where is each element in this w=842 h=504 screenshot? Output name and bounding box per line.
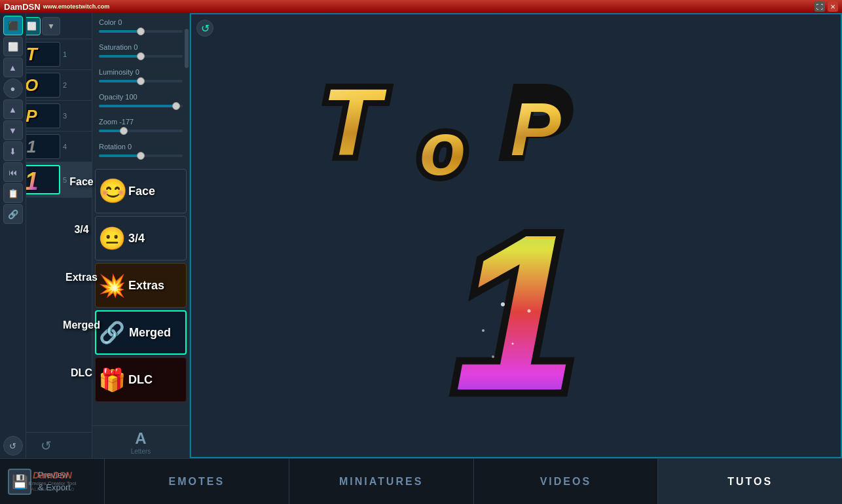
three-quarter-cat-icon: 😐	[98, 225, 126, 251]
layer-1-num: 1	[63, 50, 67, 58]
zoom-prop: Zoom -177	[99, 118, 183, 132]
lum-prop: Luminosity 0	[99, 68, 183, 82]
extras-cat-icon: 💥	[98, 272, 126, 298]
face-cat-icon: 😊	[98, 177, 128, 205]
sat-track[interactable]	[99, 55, 183, 58]
letters-btn[interactable]: A Letters	[92, 425, 189, 458]
app-url: www.emotestwitch.com	[43, 3, 110, 10]
rot-thumb[interactable]	[137, 152, 145, 160]
preview-text: Preview	[38, 469, 71, 481]
color-track[interactable]	[99, 30, 183, 33]
cat-3-4-item[interactable]: 😐 3/4	[95, 216, 187, 261]
svg-point-16	[528, 310, 531, 313]
svg-text:P: P	[511, 87, 561, 171]
rot-fill	[99, 154, 141, 157]
nav-miniatures[interactable]: MINIATURES	[289, 459, 474, 504]
cat-merged-item[interactable]: 🔗 Merged	[95, 310, 187, 355]
layer-4-content: 1	[27, 137, 36, 157]
cat-scroll-area: 😊 Face 😐 3/4 💥 Extras 🔗 Merged 🎁 DLC	[92, 168, 189, 425]
zoom-thumb[interactable]	[120, 127, 128, 135]
scrollbar-thumb[interactable]	[185, 29, 189, 68]
lum-thumb[interactable]	[137, 77, 145, 85]
color-prop: Color 0	[99, 18, 183, 33]
dlc-cat-icon: 🎁	[98, 367, 126, 393]
svg-text:1: 1	[24, 168, 38, 194]
sat-thumb[interactable]	[137, 52, 145, 60]
tool-column: ⬛ ⬜ ▲ ● ▲ ▼ ⬇ ⏮ 📋 🔗 ↺	[0, 13, 26, 458]
tool-grid[interactable]: ⬛	[3, 16, 23, 35]
layer-1-content: T	[26, 44, 37, 65]
dlc-label: DLC	[71, 367, 92, 379]
layer-2-num: 2	[63, 81, 67, 89]
nav-videos[interactable]: VIDEOS	[474, 459, 659, 504]
rot-track[interactable]	[99, 154, 183, 157]
fullscreen-button[interactable]: ⛶	[815, 1, 825, 12]
color-track-thumb[interactable]	[137, 27, 145, 35]
tool-refresh[interactable]: ↺	[3, 436, 23, 456]
cat-face-item[interactable]: 😊 Face	[95, 169, 187, 213]
sat-fill	[99, 55, 141, 58]
nav-buttons: EMOTES MINIATURES VIDEOS TUTOS	[105, 459, 842, 504]
refresh-icon: ↺	[41, 438, 52, 454]
opac-prop-label: Opacity 100	[99, 93, 183, 101]
lum-track[interactable]	[99, 80, 183, 82]
sliders-container: Color 0 Saturation 0 Luminosity 0 Opacit…	[92, 13, 189, 168]
lum-prop-label: Luminosity 0	[99, 68, 183, 76]
tool-triangle-down[interactable]: ▼	[3, 120, 23, 140]
tool-down-arrow[interactable]: ⬇	[3, 141, 23, 161]
face-label: Face	[69, 176, 93, 188]
tool-doc[interactable]: 📋	[3, 183, 23, 203]
opac-thumb[interactable]	[172, 102, 180, 110]
canvas-area: ↺	[190, 13, 842, 458]
letters-text: Letters	[131, 448, 151, 455]
top1-logo-svg: T T T o o o P P P 1 1 1	[300, 56, 732, 416]
tool-circle[interactable]: ●	[3, 79, 23, 98]
app-logo: DamDSN www.emotestwitch.com	[4, 2, 109, 12]
rot-prop: Rotation 0	[99, 143, 183, 157]
preview-export-button[interactable]: 💾 Preview & Export	[0, 459, 105, 504]
preview-export-label: Preview & Export	[38, 469, 71, 493]
bottom-navigation: 💾 Preview & Export EMOTES MINIATURES VID…	[0, 458, 842, 504]
tool-c[interactable]: ▼	[42, 17, 60, 35]
svg-point-18	[512, 343, 514, 345]
svg-point-14	[501, 302, 505, 306]
rot-prop-label: Rotation 0	[99, 143, 183, 151]
canvas-rotate-icon[interactable]: ↺	[196, 20, 213, 37]
export-text: & Export	[38, 482, 71, 494]
tool-prev[interactable]: ⏮	[3, 162, 23, 182]
save-disk-icon: 💾	[8, 469, 31, 495]
merged-cat-label: Merged	[129, 326, 171, 340]
close-button[interactable]: ✕	[828, 1, 838, 12]
cat-dlc-item[interactable]: 🎁 DLC	[95, 357, 187, 402]
tool-link[interactable]: 🔗	[3, 204, 23, 224]
svg-text:o: o	[420, 107, 466, 190]
extras-label: Extras	[65, 272, 98, 283]
opac-track[interactable]	[99, 105, 183, 107]
app-title: DamDSN	[4, 2, 41, 12]
color-track-fill	[99, 30, 141, 33]
cat-extras-item[interactable]: 💥 Extras	[95, 263, 187, 308]
nav-tutos[interactable]: TUTOS	[658, 459, 842, 504]
tool-upload[interactable]: ▲	[3, 58, 23, 77]
merged-cat-icon: 🔗	[99, 320, 125, 345]
layer-5-num: 5	[63, 176, 67, 184]
merged-label: Merged	[63, 319, 100, 331]
opac-fill	[99, 105, 176, 107]
opac-prop: Opacity 100	[99, 93, 183, 107]
topbar: DamDSN www.emotestwitch.com ⛶ ✕	[0, 0, 842, 13]
color-prop-label: Color 0	[99, 18, 183, 26]
letters-a-icon: A	[135, 429, 146, 448]
svg-point-15	[482, 329, 485, 332]
three-quarter-label: 3/4	[74, 224, 88, 236]
sat-prop: Saturation 0	[99, 43, 183, 58]
topbar-controls: ⛶ ✕	[815, 1, 838, 12]
zoom-track[interactable]	[99, 130, 183, 132]
layer-3-content: P	[26, 106, 37, 126]
layer-2-content: O	[25, 75, 38, 96]
svg-text:T: T	[322, 69, 387, 175]
nav-emotes[interactable]: EMOTES	[105, 459, 289, 504]
tool-triangle-up[interactable]: ▲	[3, 99, 23, 119]
tool-export[interactable]: ⬜	[3, 37, 23, 56]
svg-point-17	[492, 355, 494, 358]
extras-cat-label: Extras	[128, 279, 164, 293]
